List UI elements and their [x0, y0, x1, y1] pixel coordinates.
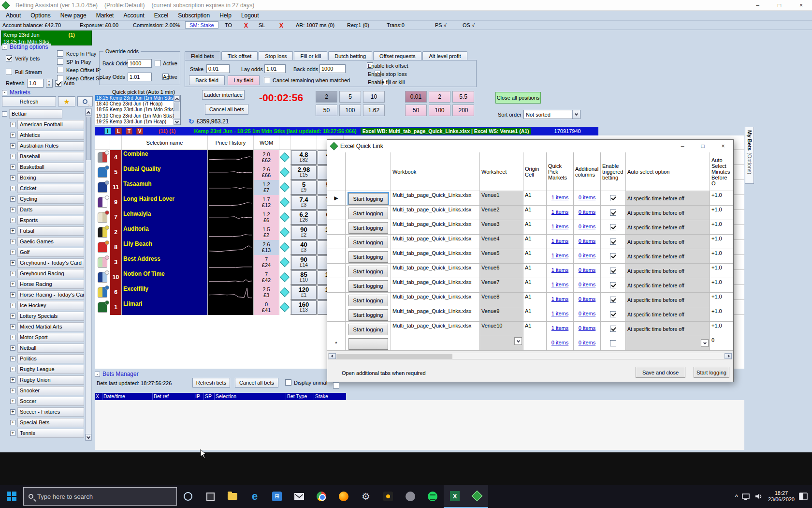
row-selector[interactable] — [327, 249, 346, 263]
cancel-remaining-checkbox[interactable] — [264, 77, 270, 83]
tab[interactable]: Fill or kill — [294, 51, 327, 60]
sidebar-sport-item[interactable]: Athletics — [17, 131, 84, 140]
selection-name[interactable]: Auditoria — [122, 225, 208, 240]
full-stream-checkbox[interactable] — [6, 69, 12, 75]
enable-triggered-betting-checkbox[interactable] — [610, 209, 616, 216]
auto-select-minutes-cell[interactable]: +1.0 — [710, 191, 733, 205]
back-price-button[interactable]: 90£14 — [291, 255, 317, 269]
origin-cell[interactable]: A1 — [523, 307, 547, 321]
sort-order-select[interactable]: Not sorted — [523, 110, 580, 119]
origin-cell[interactable]: A1 — [523, 220, 547, 234]
enable-triggered-betting-checkbox[interactable] — [610, 268, 616, 274]
quick-pick-scrollbar[interactable] — [174, 95, 180, 119]
additional-columns-link[interactable]: 0 items — [579, 282, 595, 287]
quick-pick-markets-link[interactable]: 1 items — [551, 311, 568, 316]
quick-pick-markets-link[interactable]: 1 items — [551, 224, 568, 229]
tree-expand-icon[interactable]: + — [10, 367, 15, 372]
tree-expand-icon[interactable]: + — [10, 431, 15, 436]
worksheet-select[interactable]: Venue8 — [480, 293, 523, 307]
tab[interactable]: Dutch betting — [328, 51, 372, 60]
row-selector[interactable] — [327, 278, 346, 292]
worksheet-select[interactable]: Venue9 — [480, 307, 523, 321]
refresh-rate-stepper[interactable]: ▲▼ — [46, 79, 53, 88]
verify-bets-checkbox[interactable] — [6, 55, 12, 61]
keep-in-play-checkbox[interactable] — [57, 50, 63, 57]
quick-pick-markets-link[interactable]: 0 items — [551, 340, 568, 345]
tab[interactable]: Alt level profit — [422, 51, 467, 60]
speaker-icon[interactable] — [754, 493, 764, 500]
dialog-close-button[interactable]: × — [713, 140, 733, 152]
mail-icon[interactable] — [288, 485, 310, 508]
sidebar-sport-item[interactable]: Tennis — [17, 429, 84, 438]
maximize-button[interactable]: □ — [768, 0, 790, 11]
sidebar-sport-item[interactable]: Special Bets — [17, 418, 84, 427]
dialog-minimize-button[interactable]: – — [672, 140, 693, 152]
row-selector[interactable] — [327, 322, 346, 336]
favourites-star-icon[interactable]: ★ — [58, 96, 75, 106]
quick-pick-item[interactable]: 18:25 Kemp 23rd Jun (1m Mdn Stks) — [95, 95, 180, 101]
back-stake-button[interactable]: 50 — [316, 105, 337, 116]
additional-columns-link[interactable]: 0 items — [579, 238, 595, 244]
enable-triggered-betting-checkbox[interactable] — [610, 224, 616, 230]
origin-cell[interactable]: A1 — [523, 293, 547, 307]
back-price-button[interactable]: 160£13 — [291, 300, 317, 314]
cortana-icon[interactable] — [177, 485, 199, 508]
lay-field-button[interactable]: Lay field — [228, 75, 260, 85]
enable-triggered-betting-checkbox[interactable] — [610, 253, 616, 259]
row-selector[interactable]: ▶ — [327, 191, 346, 205]
origin-cell[interactable]: A1 — [523, 278, 547, 292]
lay-stake-button[interactable]: 100 — [429, 105, 450, 116]
selection-name[interactable]: Lily Beach — [122, 240, 208, 255]
start-logging-button[interactable]: Start logging — [348, 222, 388, 234]
quick-pick-markets-link[interactable]: 1 items — [551, 282, 568, 287]
minimize-button[interactable]: – — [747, 0, 768, 11]
tab[interactable]: Offset requests — [373, 51, 421, 60]
sidebar-sport-item[interactable]: Ice Hockey — [17, 301, 84, 310]
auto-select-minutes-cell[interactable]: +1.0 — [710, 206, 733, 220]
minutes-cell[interactable]: 0 — [710, 336, 733, 350]
back-price-button[interactable]: 4.8£82 — [291, 150, 317, 164]
sidebar-sport-item[interactable]: Horse Racing - Today's Car — [17, 290, 84, 299]
edge-icon[interactable]: e — [244, 485, 266, 508]
lay-stake-button[interactable]: 2 — [429, 91, 450, 103]
additional-columns-link[interactable]: 0 items — [579, 224, 595, 229]
l-button[interactable]: L — [115, 128, 122, 134]
sidebar-sport-item[interactable]: Baseball — [17, 152, 84, 161]
betting-assistant-icon[interactable] — [466, 485, 488, 508]
lay-stake-button[interactable]: 200 — [452, 105, 474, 116]
tree-expand-icon[interactable]: + — [10, 324, 15, 329]
chrome-icon[interactable] — [310, 485, 333, 508]
quick-pick-markets-link[interactable]: 1 items — [551, 253, 568, 258]
collapse-icon[interactable]: - — [2, 45, 7, 50]
worksheet-select[interactable]: Venue2 — [480, 206, 523, 220]
selection-name[interactable]: Combine — [122, 150, 208, 165]
search-icon[interactable] — [77, 96, 93, 106]
start-button[interactable] — [0, 485, 23, 508]
menu-item[interactable]: Subscription — [178, 12, 210, 19]
back-field-button[interactable]: Back field — [189, 75, 225, 85]
lay-stake-button[interactable]: 50 — [405, 105, 427, 116]
quick-pick-item[interactable]: 18:55 Kemp 23rd Jun (1m Mdn Stks) — [95, 107, 180, 113]
back-price-button[interactable]: 120£1 — [291, 285, 317, 299]
worksheet-select[interactable]: Venue1 — [480, 191, 523, 205]
back-stake-button[interactable]: 10 — [363, 91, 385, 103]
tree-expand-icon[interactable]: + — [10, 388, 15, 393]
tree-expand-icon[interactable]: + — [10, 143, 15, 149]
tree-expand-icon[interactable]: + — [10, 239, 15, 244]
sidebar-sport-item[interactable]: Rugby Union — [17, 375, 84, 385]
start-logging-button[interactable]: Start logging — [348, 280, 388, 292]
excel-icon[interactable]: X — [444, 485, 466, 508]
markets-refresh-button[interactable]: Refresh — [2, 96, 56, 106]
quick-pick-markets-link[interactable]: 1 items — [551, 267, 568, 273]
selection-name[interactable]: Lehwaiyla — [122, 210, 208, 225]
additional-columns-link[interactable]: 0 items — [579, 296, 595, 302]
sidebar-sport-item[interactable]: Australian Rules — [17, 141, 84, 150]
additional-columns-link[interactable]: 0 items — [579, 253, 595, 258]
tree-expand-icon[interactable]: + — [10, 409, 15, 415]
workbook-cell[interactable]: Multi_tab_page_Quick_Links.xlsx — [391, 278, 480, 292]
auto-select-minutes-cell[interactable]: +1.0 — [710, 293, 733, 307]
empty-origin-cell[interactable] — [523, 336, 547, 350]
v-button[interactable]: V — [136, 128, 143, 134]
selection-name[interactable]: Tasaamuh — [122, 180, 208, 195]
sidebar-sport-item[interactable]: Greyhound Racing — [17, 269, 84, 278]
